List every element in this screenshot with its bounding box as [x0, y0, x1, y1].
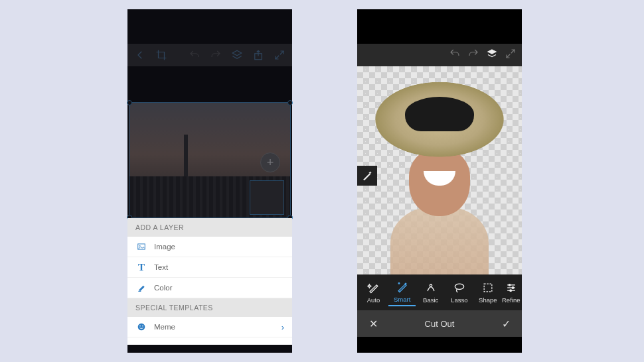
svg-rect-17 — [484, 284, 492, 292]
svg-point-16 — [455, 284, 463, 289]
tool-basic[interactable]: Basic — [417, 279, 444, 306]
subject-hat — [364, 78, 515, 176]
fullscreen-button[interactable] — [271, 46, 288, 64]
svg-point-9 — [142, 326, 143, 327]
subject-body — [390, 207, 489, 274]
redo-button[interactable] — [467, 48, 479, 62]
svg-point-15 — [430, 284, 432, 286]
selection-handle[interactable] — [127, 100, 132, 105]
menu-item-meme[interactable]: Meme › — [127, 317, 292, 337]
tool-label: Auto — [367, 296, 380, 304]
menu-item-text[interactable]: T Text — [127, 257, 292, 278]
tool-smart[interactable]: Smart — [388, 278, 416, 306]
text-icon: T — [135, 262, 147, 272]
svg-marker-10 — [488, 50, 496, 54]
confirm-button[interactable]: ✓ — [490, 318, 522, 330]
svg-point-21 — [509, 284, 511, 286]
svg-point-8 — [139, 326, 141, 327]
svg-line-12 — [507, 54, 510, 58]
menu-item-label: Image — [154, 243, 284, 251]
tool-refine[interactable]: Refine — [503, 279, 519, 306]
svg-marker-0 — [232, 50, 242, 56]
magic-wand-toggle[interactable] — [357, 166, 377, 186]
add-layer-menu: ADD A LAYER Image T Text Color SPECIAL T… — [127, 218, 292, 345]
svg-point-14 — [398, 282, 400, 284]
svg-line-3 — [280, 51, 283, 54]
menu-item-label: Text — [154, 263, 284, 271]
add-layer-button[interactable]: + — [260, 152, 280, 172]
chevron-right-icon: › — [282, 322, 284, 332]
cancel-button[interactable]: ✕ — [357, 318, 389, 330]
svg-point-6 — [139, 245, 141, 247]
selection-handle[interactable] — [287, 100, 293, 105]
tool-label: Refine — [502, 296, 520, 304]
layers-button[interactable] — [228, 46, 246, 64]
crop-button[interactable] — [153, 46, 170, 64]
tool-label: Basic — [423, 296, 438, 304]
tool-label: Lasso — [451, 296, 467, 304]
menu-item-label: Color — [154, 284, 284, 292]
phone-right: Auto Smart Basic Lasso Shape Refine ✕ Cu… — [357, 9, 522, 353]
meme-icon — [135, 322, 147, 332]
back-button[interactable] — [131, 46, 149, 64]
image-icon — [135, 241, 147, 252]
redo-button[interactable] — [207, 46, 224, 64]
cutout-tool-row: Auto Smart Basic Lasso Shape Refine — [357, 274, 522, 310]
svg-point-7 — [138, 324, 145, 331]
undo-button[interactable] — [186, 46, 203, 64]
tool-label: Smart — [394, 296, 410, 303]
menu-header-templates: SPECIAL TEMPLATES — [127, 298, 292, 317]
mode-title: Cut Out — [389, 319, 490, 329]
menu-item-label: Meme — [154, 323, 275, 331]
editor-toolbar — [127, 44, 292, 66]
svg-point-22 — [512, 287, 514, 289]
cutout-toolbar — [357, 44, 522, 66]
fullscreen-button[interactable] — [505, 48, 517, 62]
menu-header-layer: ADD A LAYER — [127, 218, 292, 237]
tool-auto[interactable]: Auto — [360, 279, 387, 306]
svg-point-23 — [510, 290, 512, 292]
confirm-bar: ✕ Cut Out ✓ — [357, 310, 522, 337]
undo-button[interactable] — [449, 48, 461, 62]
tool-shape[interactable]: Shape — [474, 279, 501, 306]
share-button[interactable] — [250, 46, 267, 64]
tool-label: Shape — [479, 296, 497, 304]
plus-icon: + — [267, 156, 274, 170]
cutout-canvas[interactable] — [357, 66, 522, 274]
svg-line-4 — [276, 56, 279, 59]
svg-point-13 — [405, 283, 406, 284]
svg-line-11 — [511, 50, 515, 53]
layers-button[interactable] — [486, 48, 498, 62]
color-icon — [135, 282, 147, 293]
menu-item-image[interactable]: Image — [127, 237, 292, 257]
layer-thumbnail[interactable] — [250, 180, 284, 215]
tool-lasso[interactable]: Lasso — [445, 279, 473, 306]
phone-left: + ADD A LAYER Image T Text Color SPECIAL… — [127, 9, 292, 353]
menu-item-color[interactable]: Color — [127, 278, 292, 298]
